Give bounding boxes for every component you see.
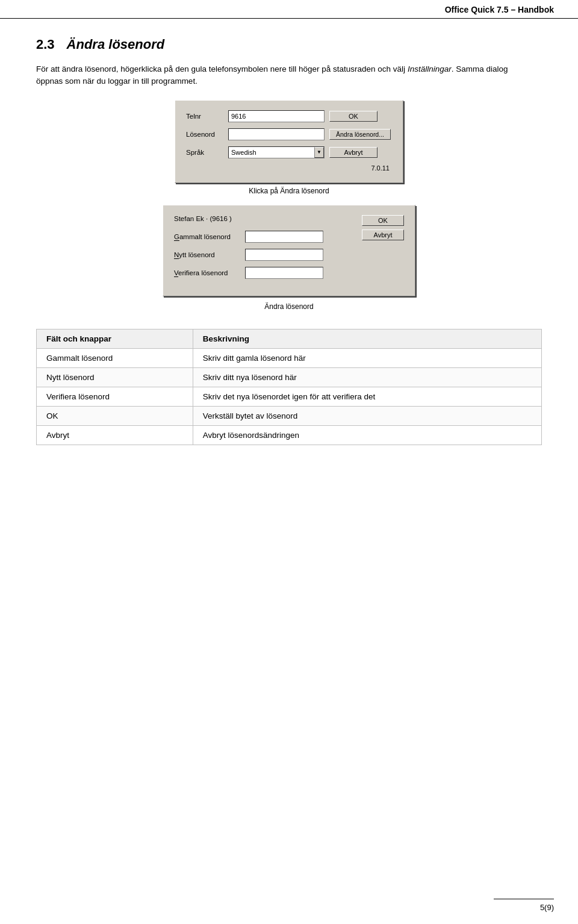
table-cell-desc: Skriv ditt nya lösenord här bbox=[193, 367, 541, 387]
verifiera-input[interactable] bbox=[245, 267, 323, 279]
section-title: Ändra lösenord bbox=[67, 37, 165, 52]
gammalt-input[interactable] bbox=[245, 231, 323, 243]
losenord-input[interactable] bbox=[228, 128, 325, 140]
section-number: 2.3 bbox=[36, 37, 55, 52]
table-cell-field: OK bbox=[37, 406, 193, 425]
version-text: 7.0.11 bbox=[186, 164, 390, 172]
page-content: 2.3 Ändra lösenord För att ändra lösenor… bbox=[0, 19, 578, 469]
telnr-row: Telnr 9616 OK bbox=[186, 110, 392, 122]
table-body: Gammalt lösenordSkriv ditt gamla lösenor… bbox=[37, 348, 542, 445]
telnr-input[interactable]: 9616 bbox=[228, 110, 325, 122]
table-cell-field: Avbryt bbox=[37, 425, 193, 445]
dialogs-container: Telnr 9616 OK Lösenord Ändra lösenord...… bbox=[36, 100, 542, 311]
table-cell-desc: Skriv det nya lösenordet igen för att ve… bbox=[193, 387, 541, 406]
ok-button-dialog1[interactable]: OK bbox=[329, 111, 378, 122]
dialog2-content: Stefan Ek · (9616 ) Gammalt lösenord Nyt… bbox=[174, 215, 404, 285]
table-row: AvbrytAvbryt lösenordsändringen bbox=[37, 425, 542, 445]
table-header: Fält och knappar Beskrivning bbox=[37, 329, 542, 348]
table-row: OKVerkställ bytet av lösenord bbox=[37, 406, 542, 425]
table-row: Nytt lösenordSkriv ditt nya lösenord här bbox=[37, 367, 542, 387]
info-table: Fält och knappar Beskrivning Gammalt lös… bbox=[36, 329, 542, 445]
telnr-label: Telnr bbox=[186, 113, 223, 120]
table-row: Gammalt lösenordSkriv ditt gamla lösenor… bbox=[37, 348, 542, 367]
table-cell-field: Nytt lösenord bbox=[37, 367, 193, 387]
nytt-input[interactable] bbox=[245, 249, 323, 261]
table-cell-field: Verifiera lösenord bbox=[37, 387, 193, 406]
table-header-row: Fält och knappar Beskrivning bbox=[37, 329, 542, 348]
verifiera-label: Verifiera lösenord bbox=[174, 269, 240, 276]
nytt-label: Nytt lösenord bbox=[174, 251, 240, 258]
sprak-label: Språk bbox=[186, 149, 223, 156]
sprak-row: Språk Swedish ▼ Avbryt bbox=[186, 146, 392, 158]
dropdown-arrow-icon[interactable]: ▼ bbox=[314, 147, 324, 158]
avbryt-button-dialog1[interactable]: Avbryt bbox=[329, 147, 378, 158]
col-header-field: Fält och knappar bbox=[37, 329, 193, 348]
sprak-select-value: Swedish bbox=[229, 146, 314, 158]
body-paragraph: För att ändra lösenord, högerklicka på d… bbox=[36, 63, 530, 88]
table-cell-desc: Verkställ bytet av lösenord bbox=[193, 406, 541, 425]
ok-button-dialog2[interactable]: OK bbox=[362, 215, 404, 226]
dialog1-caption: Klicka på Ändra lösenord bbox=[249, 187, 329, 195]
inline-italic: Inställningar bbox=[408, 64, 452, 73]
dialog2-fields: Stefan Ek · (9616 ) Gammalt lösenord Nyt… bbox=[174, 215, 350, 285]
dialog2-user-info: Stefan Ek · (9616 ) bbox=[174, 215, 350, 222]
losenord-row: Lösenord Ändra lösenord... bbox=[186, 128, 392, 140]
page-number: 5(9) bbox=[540, 903, 554, 912]
header-title: Office Quick 7.5 – Handbok bbox=[445, 5, 554, 14]
table-cell-desc: Avbryt lösenordsändringen bbox=[193, 425, 541, 445]
dialog2-caption: Ändra lösenord bbox=[264, 302, 313, 311]
verifiera-row: Verifiera lösenord bbox=[174, 267, 350, 279]
table-cell-field: Gammalt lösenord bbox=[37, 348, 193, 367]
page-header: Office Quick 7.5 – Handbok bbox=[0, 0, 578, 19]
nytt-row: Nytt lösenord bbox=[174, 249, 350, 261]
table-cell-desc: Skriv ditt gamla lösenord här bbox=[193, 348, 541, 367]
sprak-select[interactable]: Swedish ▼ bbox=[228, 146, 325, 158]
andra-losenord-button[interactable]: Ändra lösenord... bbox=[329, 129, 391, 140]
section-heading: 2.3 Ändra lösenord bbox=[36, 37, 542, 52]
gammalt-label: Gammalt lösenord bbox=[174, 233, 240, 240]
col-header-desc: Beskrivning bbox=[193, 329, 541, 348]
dialog2-buttons: OK Avbryt bbox=[362, 215, 404, 285]
losenord-label: Lösenord bbox=[186, 131, 223, 138]
dialog-settings: Telnr 9616 OK Lösenord Ändra lösenord...… bbox=[175, 100, 403, 183]
gammalt-row: Gammalt lösenord bbox=[174, 231, 350, 243]
page-footer: 5(9) bbox=[494, 899, 554, 912]
avbryt-button-dialog2[interactable]: Avbryt bbox=[362, 229, 404, 240]
dialog-change-password: Stefan Ek · (9616 ) Gammalt lösenord Nyt… bbox=[163, 205, 415, 296]
table-row: Verifiera lösenordSkriv det nya lösenord… bbox=[37, 387, 542, 406]
